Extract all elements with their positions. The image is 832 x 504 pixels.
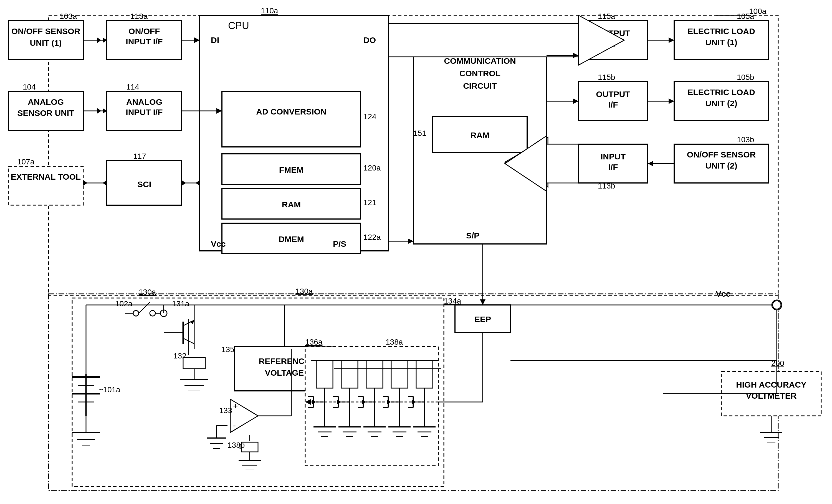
diagram-container: text { font-family: Arial, sans-serif; }…	[0, 0, 832, 504]
voltmeter-label2: VOLTMETER	[746, 391, 797, 400]
ref-151: 151	[413, 129, 426, 138]
ref-110a: 110a	[261, 6, 278, 15]
ref-138a: 138a	[386, 338, 403, 346]
di-label: DI	[211, 35, 219, 45]
svg-rect-10	[222, 91, 361, 147]
ref-135: 135	[222, 345, 234, 354]
ref-133: 133	[219, 406, 232, 415]
on-off-input-if-label2: INPUT I/F	[126, 37, 162, 46]
on-off-sensor-1-label: ON/OFF SENSOR	[11, 27, 80, 36]
ref-120a: 120a	[363, 164, 381, 172]
electric-load-1-label2: UNIT (1)	[705, 38, 737, 47]
ref-131a: 131a	[172, 300, 189, 308]
ref-105b: 105b	[737, 73, 754, 82]
ref-114: 114	[126, 83, 139, 91]
svg-rect-71	[391, 360, 408, 388]
circuit-diagram: text { font-family: Arial, sans-serif; }…	[0, 0, 832, 504]
ref-124: 124	[363, 112, 376, 121]
eep-label: EEP	[474, 315, 491, 324]
analog-sensor-label2: SENSOR UNIT	[17, 108, 74, 117]
ref-136a: 136a	[305, 338, 323, 346]
ad-conversion-label: AD CONVERSION	[256, 107, 326, 116]
comm-ctrl-label3: CIRCUIT	[463, 81, 497, 90]
ram-comm-label: RAM	[470, 131, 489, 140]
ref-101a: ~101a	[99, 385, 121, 394]
external-tool-label: EXTERNAL TOOL	[11, 172, 81, 181]
ref-115b: 115b	[598, 73, 615, 82]
ref-117: 117	[133, 152, 146, 161]
fmem-label: FMEM	[279, 165, 304, 174]
comm-ctrl-label1: COMMUNICATION	[444, 56, 516, 65]
analog-input-if-label: ANALOG	[126, 97, 162, 107]
svg-marker-140	[388, 24, 578, 57]
opamp-minus: -	[233, 421, 236, 430]
svg-rect-72	[416, 360, 433, 388]
ref-102a: 102a	[115, 300, 133, 308]
ref-121: 121	[363, 198, 376, 207]
on-off-sensor-1-label2: UNIT (1)	[30, 38, 62, 48]
ref-115a: 115a	[598, 12, 615, 21]
ref-voltage-label: REFERENCE	[259, 357, 310, 366]
svg-rect-68	[316, 360, 333, 388]
ref-103b: 103b	[737, 135, 754, 144]
svg-rect-69	[341, 360, 358, 388]
cpu-label: CPU	[228, 20, 249, 31]
on-off-input-if-label: ON/OFF	[128, 27, 160, 36]
comm-ctrl-label2: CONTROL	[460, 69, 500, 78]
ref-voltage-label2: VOLTAGE	[265, 368, 304, 377]
electric-load-1-label: ELECTRIC LOAD	[687, 27, 755, 36]
output-if-2-label: OUTPUT	[596, 89, 630, 99]
svg-rect-70	[366, 360, 383, 388]
svg-point-186	[773, 301, 781, 309]
electric-load-2-label: ELECTRIC LOAD	[687, 88, 755, 97]
ref-104: 104	[23, 83, 36, 91]
svg-rect-48	[183, 358, 205, 369]
vcc-bottom-label: Vcc	[716, 289, 730, 298]
ref-130a-2: 130a	[295, 287, 313, 296]
on-off-sensor-2-label2: UNIT (2)	[705, 161, 737, 170]
ref-113a: 113a	[130, 12, 148, 21]
on-off-sensor-2-label: ON/OFF SENSOR	[687, 150, 756, 159]
ram-cpu-label: RAM	[282, 200, 301, 209]
ref-103a: 103a	[60, 12, 77, 21]
input-if-label2: I/F	[608, 163, 618, 172]
opamp-plus: +	[233, 401, 238, 411]
analog-input-if-label2: INPUT I/F	[126, 108, 162, 117]
svg-point-37	[133, 310, 139, 316]
do-label: DO	[363, 35, 376, 45]
vcc-cpu-label: Vcc	[211, 239, 226, 248]
svg-point-39	[150, 310, 155, 316]
ref-130a: 130a	[139, 288, 156, 296]
ps-label: P/S	[333, 239, 346, 248]
svg-marker-154	[547, 144, 578, 183]
ref-138b: 138b	[228, 441, 245, 449]
ref-105a: 105a	[737, 12, 754, 21]
ref-113b: 113b	[598, 181, 615, 190]
output-if-2-label2: I/F	[608, 100, 618, 109]
ref-134a: 134a	[444, 297, 461, 305]
ref-122a: 122a	[363, 233, 381, 242]
voltmeter-label1: HIGH ACCURACY	[736, 380, 806, 389]
analog-sensor-label: ANALOG	[28, 97, 64, 107]
ref-107a: 107a	[17, 158, 35, 166]
sp-label: S/P	[466, 231, 479, 240]
dmem-label: DMEM	[279, 234, 304, 244]
input-if-label: INPUT	[601, 152, 626, 161]
electric-load-2-label2: UNIT (2)	[705, 99, 737, 108]
sci-label: SCI	[137, 180, 151, 189]
